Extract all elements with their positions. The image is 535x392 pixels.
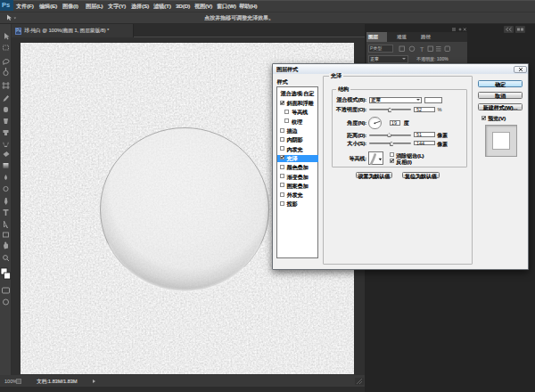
svg-text:T: T bbox=[420, 45, 424, 52]
